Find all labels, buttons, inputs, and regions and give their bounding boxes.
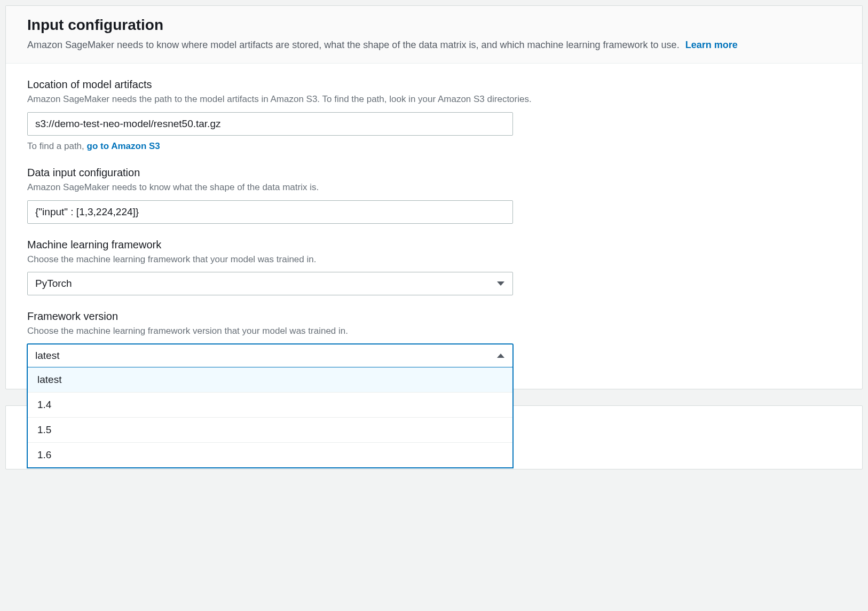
artifacts-description: Amazon SageMaker needs the path to the m…: [27, 93, 841, 106]
artifacts-hint: To find a path, go to Amazon S3: [27, 141, 841, 152]
panel-description: Amazon SageMaker needs to know where mod…: [27, 38, 841, 52]
panel-title: Input configuration: [27, 17, 841, 34]
framework-select[interactable]: PyTorch: [27, 272, 513, 295]
panel-header: Input configuration Amazon SageMaker nee…: [6, 6, 862, 64]
field-artifacts-location: Location of model artifacts Amazon SageM…: [27, 79, 841, 152]
artifacts-input[interactable]: [27, 112, 513, 136]
dropdown-option-1-5[interactable]: 1.5: [28, 418, 512, 443]
framework-version-label: Framework version: [27, 310, 841, 323]
framework-description: Choose the machine learning framework th…: [27, 253, 841, 266]
data-input-input[interactable]: [27, 200, 513, 224]
field-ml-framework: Machine learning framework Choose the ma…: [27, 239, 841, 296]
go-to-s3-link[interactable]: go to Amazon S3: [87, 141, 160, 151]
framework-select-value: PyTorch: [35, 278, 72, 289]
field-data-input-config: Data input configuration Amazon SageMake…: [27, 167, 841, 224]
data-input-label: Data input configuration: [27, 167, 841, 179]
framework-label: Machine learning framework: [27, 239, 841, 251]
dropdown-option-latest[interactable]: latest: [28, 367, 512, 393]
learn-more-link[interactable]: Learn more: [685, 40, 738, 50]
framework-version-description: Choose the machine learning framework ve…: [27, 325, 841, 338]
artifacts-hint-prefix: To find a path,: [27, 141, 87, 151]
framework-version-select[interactable]: latest latest 1.4 1.5 1.6: [27, 344, 513, 367]
dropdown-option-1-4[interactable]: 1.4: [28, 393, 512, 418]
dropdown-option-1-6[interactable]: 1.6: [28, 443, 512, 467]
framework-version-select-value: latest: [35, 350, 59, 362]
data-input-description: Amazon SageMaker needs to know what the …: [27, 181, 841, 194]
input-configuration-panel: Input configuration Amazon SageMaker nee…: [5, 5, 863, 389]
field-framework-version: Framework version Choose the machine lea…: [27, 310, 841, 367]
panel-description-text: Amazon SageMaker needs to know where mod…: [27, 40, 680, 50]
framework-version-dropdown: latest 1.4 1.5 1.6: [27, 367, 513, 468]
panel-body: Location of model artifacts Amazon SageM…: [6, 64, 862, 389]
artifacts-label: Location of model artifacts: [27, 79, 841, 91]
